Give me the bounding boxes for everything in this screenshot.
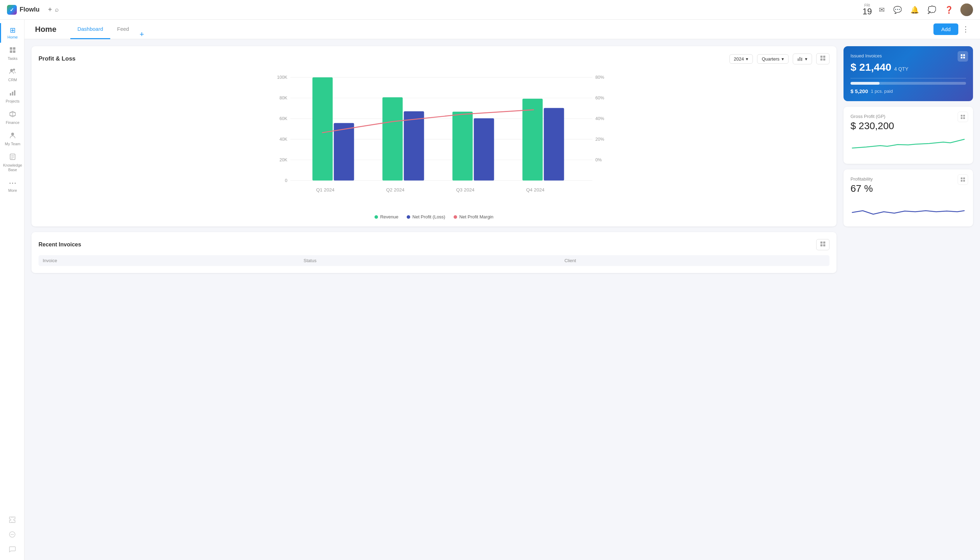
chevron-down-icon-3: ▾ (805, 57, 807, 62)
table-header: Recent Invoices (38, 239, 830, 250)
issued-invoices-qty: 4 QTY (894, 66, 908, 72)
svg-text:0%: 0% (595, 158, 602, 162)
profitability-sparkline (850, 198, 966, 220)
page-header-right: Add ⋮ (933, 23, 970, 35)
message-button[interactable]: 💭 (926, 4, 938, 15)
day-num: 19 (862, 7, 872, 16)
issued-invoices-amount: $ 21,440 4 QTY (850, 61, 966, 73)
avatar[interactable] (960, 3, 973, 16)
revenue-dot (375, 215, 378, 219)
sidebar-item-knowledge[interactable]: Knowledge Base (0, 150, 24, 176)
net-profit-dot (407, 215, 410, 219)
svg-rect-3 (13, 50, 15, 53)
invoice-paid-label: 1 pcs. paid (871, 88, 893, 94)
svg-text:100K: 100K (277, 75, 288, 80)
svg-text:80%: 80% (595, 75, 604, 80)
svg-rect-51 (820, 242, 822, 243)
svg-rect-43 (453, 112, 473, 181)
logo-icon: ✓ (7, 5, 17, 15)
sidebar-item-home[interactable]: ⊞ Home (0, 23, 24, 43)
svg-rect-54 (823, 244, 825, 247)
svg-rect-62 (963, 117, 965, 119)
sidebar-item-projects[interactable]: Projects (0, 85, 24, 107)
invoice-paid-row: $ 5,200 1 pcs. paid (850, 88, 966, 94)
sidebar-item-myteam-label: My Team (5, 142, 20, 146)
svg-point-14 (13, 534, 13, 535)
svg-rect-61 (961, 117, 962, 119)
svg-rect-1 (13, 47, 15, 50)
sidebar-item-more[interactable]: ⋯ More (0, 176, 24, 196)
svg-rect-16 (799, 57, 800, 61)
navbar: ✓ Flowlu + ⌕ FRI 19 ✉ 💬 🔔 💭 ❓ (0, 0, 980, 20)
help-button[interactable]: ❓ (943, 4, 955, 15)
navbar-date: FRI 19 (862, 3, 872, 16)
plus-button[interactable]: + (47, 4, 53, 15)
chat-button[interactable]: 💬 (892, 4, 903, 15)
home-icon: ⊞ (10, 27, 16, 33)
svg-rect-52 (823, 242, 825, 243)
search-button[interactable]: ⌕ (53, 5, 60, 15)
svg-rect-15 (798, 58, 799, 61)
svg-rect-60 (963, 115, 965, 117)
chat-icon: 💬 (893, 6, 902, 14)
profitability-value: 67 % (850, 183, 966, 194)
margin-dot (453, 215, 457, 219)
svg-rect-64 (963, 177, 965, 179)
app-logo[interactable]: ✓ Flowlu (7, 5, 40, 15)
profit-loss-svg: 100K 80K 60K 40K 20K 0 80% 60% 40% 20% 0… (38, 70, 830, 210)
svg-rect-65 (961, 180, 962, 182)
svg-rect-0 (10, 47, 12, 50)
gp-sparkline (850, 136, 966, 157)
chart-type-dropdown[interactable]: ▾ (793, 53, 812, 64)
sidebar-bottom-puzzle[interactable] (0, 512, 24, 527)
chart-grid-button[interactable] (816, 53, 830, 64)
svg-rect-39 (313, 77, 333, 181)
sidebar-bottom-bubble[interactable] (0, 527, 24, 542)
profit-loss-card: Profit & Loss 2024 ▾ Quarters ▾ (32, 46, 837, 227)
sidebar-bottom-chat[interactable] (0, 542, 24, 557)
gp-grid-button[interactable] (958, 112, 968, 122)
mail-button[interactable]: ✉ (877, 4, 886, 15)
gp-chart (850, 136, 966, 157)
svg-text:20%: 20% (595, 137, 604, 142)
invoice-progress-bar (850, 82, 966, 85)
tab-feed[interactable]: Feed (110, 20, 136, 39)
sidebar-item-crm[interactable]: CRM (0, 64, 24, 85)
svg-text:Q3 2024: Q3 2024 (456, 187, 475, 192)
sidebar-item-tasks[interactable]: Tasks (0, 43, 24, 64)
sidebar-item-finance-label: Finance (6, 120, 19, 125)
year-dropdown[interactable]: 2024 ▾ (729, 54, 753, 64)
table-grid-button[interactable] (816, 239, 830, 250)
layout: ⊞ Home Tasks (0, 20, 980, 560)
sidebar-item-projects-label: Projects (6, 99, 20, 103)
svg-text:20K: 20K (280, 158, 288, 162)
chevron-down-icon: ▾ (746, 57, 748, 62)
svg-point-13 (12, 534, 12, 535)
svg-text:60K: 60K (280, 116, 288, 121)
svg-text:60%: 60% (595, 95, 604, 100)
notification-button[interactable]: 🔔 (909, 4, 920, 15)
sidebar-item-more-label: More (8, 188, 17, 192)
tab-add-button[interactable]: + (136, 30, 148, 39)
gross-profit-card: Gross Profit (GP) $ 230,200 (843, 107, 973, 164)
bell-icon: 🔔 (910, 6, 919, 14)
legend-revenue: Revenue (375, 214, 398, 220)
sidebar-item-myteam[interactable]: My Team (0, 128, 24, 150)
period-dropdown[interactable]: Quarters ▾ (757, 54, 788, 64)
more-options-button[interactable]: ⋮ (962, 25, 970, 34)
col-status: Status (303, 258, 564, 263)
tab-dashboard[interactable]: Dashboard (70, 20, 110, 39)
profitability-label: Profitability (850, 177, 966, 182)
add-button[interactable]: Add (933, 23, 958, 35)
crm-icon (9, 68, 17, 76)
left-panel: Profit & Loss 2024 ▾ Quarters ▾ (32, 46, 837, 273)
svg-rect-59 (961, 115, 962, 117)
svg-rect-41 (383, 97, 403, 181)
svg-rect-20 (820, 58, 822, 60)
profit-grid-button[interactable] (958, 174, 968, 185)
svg-text:Q1 2024: Q1 2024 (316, 187, 335, 192)
sidebar-item-finance[interactable]: Finance (0, 107, 24, 128)
gp-value: $ 230,200 (850, 120, 966, 132)
bar-chart-icon (797, 56, 803, 62)
svg-point-4 (10, 69, 13, 72)
